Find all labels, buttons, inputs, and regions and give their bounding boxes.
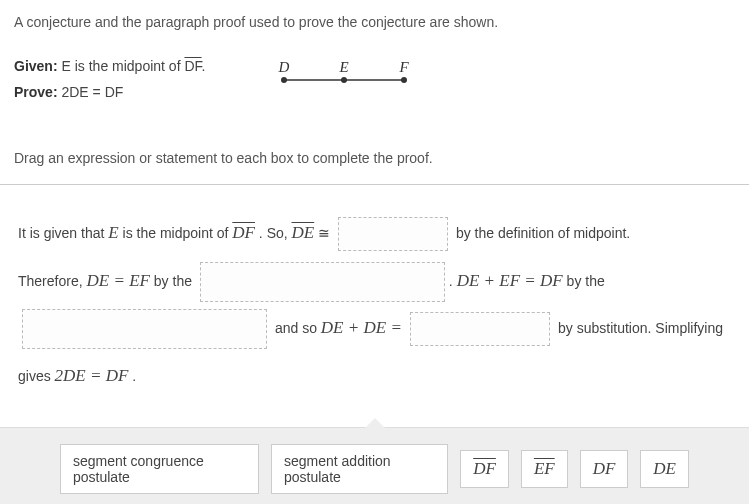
svg-point-1 [281, 77, 287, 83]
proof-t1a: It is given that [18, 225, 108, 241]
token-df-overline[interactable]: DF [460, 450, 509, 488]
given-label: Given: [14, 58, 58, 74]
given-prove-row: Given: E is the midpoint of DF. Prove: 2… [14, 58, 735, 110]
drop-target-2[interactable] [200, 262, 445, 302]
given-seg-df: DF [184, 58, 201, 74]
given-mid: is the midpoint of [71, 58, 185, 74]
given-suffix: . [202, 58, 206, 74]
proof-eq-eq1: = [109, 271, 129, 290]
token-ef-overline-text: EF [534, 459, 555, 478]
drop-target-3[interactable] [22, 309, 267, 349]
given-line: Given: E is the midpoint of DF. [14, 58, 264, 74]
proof-t1f: DE [292, 223, 315, 242]
token-segment-congruence-postulate[interactable]: segment congruence postulate [60, 444, 259, 494]
proof-t2c: . [449, 273, 457, 289]
proof-eq2-df: DF [540, 271, 563, 290]
proof-t1b: E [108, 223, 118, 242]
proof-eq2-ef: EF [499, 271, 520, 290]
token-df[interactable]: DF [580, 450, 629, 488]
segment-diagram: D E F [274, 60, 414, 93]
proof-eq4-r: DF [106, 366, 129, 385]
proof-t2a: Therefore, [18, 273, 86, 289]
svg-point-2 [341, 77, 347, 83]
prove-eq: = [89, 84, 105, 100]
prove-l: 2DE [61, 84, 88, 100]
proof-eq-ef: EF [129, 271, 150, 290]
proof-eq2-de: DE [457, 271, 480, 290]
proof-eq-de: DE [86, 271, 109, 290]
proof-eq2-eq: = [520, 271, 540, 290]
token-df-overline-text: DF [473, 459, 496, 478]
prove-line: Prove: 2DE = DF [14, 84, 264, 100]
drop-target-4[interactable] [410, 312, 550, 346]
token-bar: segment congruence postulate segment add… [0, 427, 749, 504]
proof-t1c: is the midpoint of [119, 225, 233, 241]
proof-paragraph: It is given that E is the midpoint of DF… [0, 184, 749, 417]
proof-t3a: and so [271, 320, 321, 336]
proof-t1e: . So, [255, 225, 292, 241]
proof-t2b: by the [150, 273, 196, 289]
instructions-text: Drag an expression or statement to each … [14, 150, 735, 166]
token-de-text: DE [653, 459, 676, 478]
given-var-e: E [61, 58, 70, 74]
token-segment-addition-postulate[interactable]: segment addition postulate [271, 444, 448, 494]
proof-eq2-plus: + [479, 271, 499, 290]
token-de[interactable]: DE [640, 450, 689, 488]
proof-t3b: by substitution. Simplifying [554, 320, 723, 336]
diagram-label-f: F [398, 60, 409, 75]
proof-eq3-de1: DE [321, 318, 344, 337]
intro-text: A conjecture and the paragraph proof use… [14, 14, 735, 30]
proof-t4b: . [128, 368, 136, 384]
proof-eq3-plus: + [344, 318, 364, 337]
proof-t2d: by the [563, 273, 605, 289]
diagram-label-e: E [338, 60, 348, 75]
proof-eq4-l: 2DE [55, 366, 86, 385]
proof-t4a: gives [18, 368, 55, 384]
svg-point-3 [401, 77, 407, 83]
token-df-text: DF [593, 459, 616, 478]
prove-r: DF [105, 84, 124, 100]
proof-t1g: ≅ [314, 225, 334, 241]
proof-eq3-eq: = [386, 318, 406, 337]
prove-label: Prove: [14, 84, 58, 100]
drop-target-1[interactable] [338, 217, 448, 251]
proof-t1d: DF [232, 223, 255, 242]
token-ef-overline[interactable]: EF [521, 450, 568, 488]
proof-eq4-m: = [86, 366, 106, 385]
proof-t1h: by the definition of midpoint. [452, 225, 630, 241]
proof-eq3-de2: DE [363, 318, 386, 337]
diagram-label-d: D [278, 60, 290, 75]
